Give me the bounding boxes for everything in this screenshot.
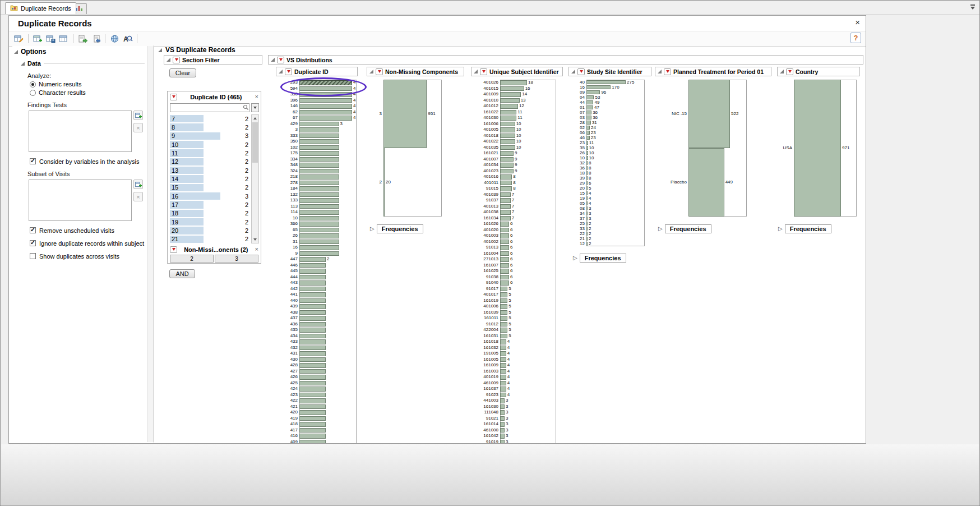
- bar[interactable]: [299, 328, 326, 333]
- bar[interactable]: [500, 316, 507, 321]
- bar[interactable]: [299, 387, 326, 392]
- bar[interactable]: [299, 104, 352, 109]
- bar[interactable]: [299, 157, 339, 162]
- bar[interactable]: [299, 410, 326, 415]
- bar[interactable]: [299, 174, 339, 180]
- bar[interactable]: [500, 257, 509, 262]
- bar[interactable]: [500, 233, 509, 238]
- bar[interactable]: [586, 111, 591, 114]
- clear-visits-button[interactable]: ×: [133, 192, 143, 201]
- bar[interactable]: [500, 434, 505, 439]
- bar[interactable]: [500, 240, 509, 245]
- bar[interactable]: [500, 169, 514, 174]
- bar[interactable]: [500, 375, 506, 380]
- bar[interactable]: [500, 186, 512, 191]
- options-outline-header[interactable]: Options: [12, 46, 147, 56]
- bar[interactable]: [500, 346, 506, 351]
- bar[interactable]: [299, 257, 326, 262]
- bar[interactable]: [500, 422, 505, 427]
- bar[interactable]: [500, 134, 515, 139]
- bar[interactable]: [299, 375, 326, 380]
- disclosure-open-icon[interactable]: [780, 70, 784, 73]
- bar[interactable]: [500, 393, 506, 398]
- frequencies-outline-study-site[interactable]: ▷ Frequencies: [573, 254, 626, 263]
- frequencies-outline-non-missing[interactable]: ▷ Frequencies: [370, 224, 423, 233]
- bar[interactable]: [586, 105, 593, 109]
- bar[interactable]: [299, 86, 352, 91]
- frequencies-outline-planned-treatment[interactable]: ▷ Frequencies: [658, 224, 711, 233]
- bar[interactable]: [500, 92, 521, 97]
- filter-list-scrollbar[interactable]: [251, 114, 259, 243]
- bar[interactable]: [586, 121, 591, 125]
- bar[interactable]: [299, 428, 326, 433]
- filter-row[interactable]: 152: [170, 183, 251, 192]
- bar[interactable]: [500, 322, 507, 327]
- bar[interactable]: [500, 398, 505, 403]
- bar[interactable]: [299, 287, 326, 292]
- bar[interactable]: [500, 269, 509, 274]
- red-triangle-menu-icon[interactable]: [173, 57, 180, 63]
- bar[interactable]: [500, 287, 507, 292]
- filter-value-3-button[interactable]: 3: [215, 255, 258, 263]
- scroll-up-icon[interactable]: [252, 115, 258, 122]
- bar[interactable]: [299, 316, 326, 321]
- bar[interactable]: [299, 339, 326, 344]
- bar[interactable]: [299, 346, 326, 351]
- bar[interactable]: [794, 80, 841, 217]
- remove-filter-icon[interactable]: ×: [255, 94, 258, 100]
- bar[interactable]: [299, 440, 326, 444]
- filter-row[interactable]: 182: [170, 209, 251, 218]
- bar[interactable]: [299, 169, 339, 174]
- bar[interactable]: [299, 422, 326, 427]
- subset-of-visits-listbox[interactable]: [29, 180, 132, 221]
- clear-findings-tests-button[interactable]: ×: [133, 123, 143, 132]
- disclosure-open-icon[interactable]: [14, 50, 18, 54]
- options-scrollbar[interactable]: [147, 46, 154, 442]
- red-triangle-menu-icon[interactable]: [577, 68, 585, 75]
- bar[interactable]: [500, 369, 506, 374]
- bar[interactable]: [299, 381, 326, 386]
- bar[interactable]: [299, 204, 339, 209]
- bar[interactable]: [299, 434, 326, 439]
- radio-character-results[interactable]: Character results: [30, 89, 147, 96]
- disclosure-open-icon[interactable]: [271, 58, 275, 62]
- disclosure-open-icon[interactable]: [571, 70, 575, 73]
- filter-row[interactable]: 142: [170, 174, 251, 183]
- bar[interactable]: [299, 334, 326, 339]
- bar[interactable]: [586, 80, 626, 84]
- bar[interactable]: [299, 292, 326, 297]
- disclosure-open-icon[interactable]: [474, 70, 478, 73]
- chart-header-unique-subject[interactable]: Unique Subject Identifier: [471, 67, 563, 76]
- filter-search-input[interactable]: [170, 105, 243, 111]
- bar[interactable]: [299, 404, 326, 410]
- edit-script-icon[interactable]: [13, 34, 24, 44]
- findings-tests-listbox[interactable]: [29, 111, 132, 152]
- red-triangle-menu-icon[interactable]: [664, 68, 671, 75]
- bar[interactable]: [383, 80, 427, 148]
- add-findings-tests-button[interactable]: [133, 111, 143, 120]
- bar[interactable]: [299, 145, 339, 150]
- bar[interactable]: [299, 127, 339, 132]
- bar[interactable]: [299, 186, 339, 191]
- bar[interactable]: [299, 351, 326, 356]
- bar[interactable]: [299, 151, 339, 156]
- font-zoom-icon[interactable]: A: [122, 34, 133, 44]
- clear-button[interactable]: Clear: [169, 68, 196, 77]
- export-data-icon[interactable]: [77, 34, 88, 44]
- bar[interactable]: [500, 192, 511, 197]
- bar[interactable]: [500, 310, 507, 315]
- bar[interactable]: [299, 110, 352, 115]
- bar[interactable]: [500, 145, 515, 150]
- bar[interactable]: [500, 116, 516, 121]
- bar[interactable]: [500, 151, 514, 156]
- chart-header-study-site[interactable]: Study Site Identifier: [568, 67, 651, 76]
- filter-row[interactable]: 93: [170, 132, 251, 140]
- bar[interactable]: [299, 245, 339, 250]
- bar[interactable]: [500, 363, 506, 368]
- bar[interactable]: [299, 363, 326, 368]
- red-triangle-menu-icon[interactable]: [170, 94, 177, 100]
- bar[interactable]: [500, 139, 515, 144]
- bar[interactable]: [500, 440, 505, 444]
- bar[interactable]: [299, 228, 339, 233]
- bar[interactable]: [299, 357, 326, 362]
